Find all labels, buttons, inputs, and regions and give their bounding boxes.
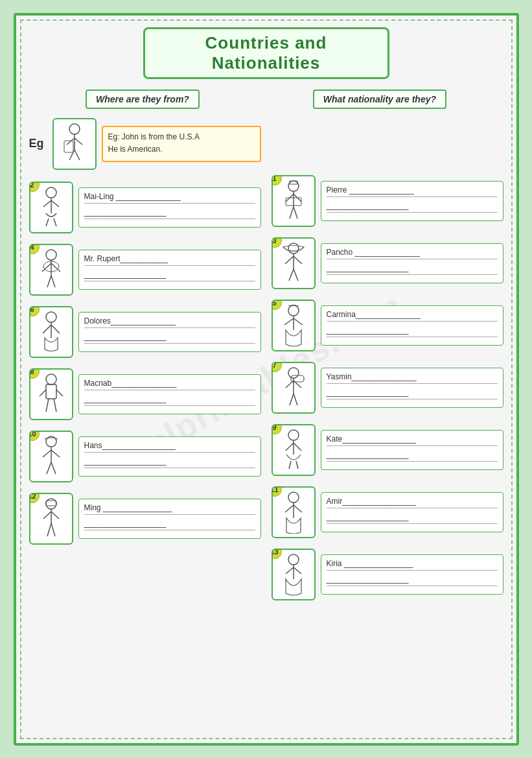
- svg-rect-25: [46, 385, 56, 399]
- svg-point-0: [69, 124, 80, 134]
- answer-line2-4: ___________________: [84, 270, 255, 281]
- name-line-10: Hans_________________: [84, 441, 255, 453]
- svg-line-73: [296, 461, 298, 469]
- svg-line-71: [294, 443, 301, 451]
- svg-line-66: [290, 394, 294, 405]
- svg-line-64: [286, 381, 294, 388]
- right-column: 1 Pierre _______________ ___________: [272, 175, 503, 604]
- character-card-11: 11: [272, 486, 316, 538]
- svg-line-27: [56, 390, 63, 396]
- svg-line-40: [47, 523, 51, 536]
- exercise-row-5: 5 Carmina_______________ _______________…: [272, 300, 503, 351]
- svg-line-67: [294, 394, 297, 405]
- svg-line-23: [51, 325, 60, 333]
- svg-line-9: [43, 200, 51, 207]
- name-line-8: Macnab_______________: [84, 379, 255, 390]
- svg-point-74: [288, 492, 299, 503]
- answer-box-3[interactable]: Pancho _______________ _________________…: [321, 243, 503, 283]
- columns-wrapper: Eg Eg: John is from the U.S.A H: [29, 118, 503, 604]
- character-figure-9: [277, 429, 310, 471]
- character-card-6: 6: [29, 306, 73, 358]
- svg-line-70: [286, 443, 294, 451]
- answer-box-10[interactable]: Hans_________________ __________________…: [78, 436, 261, 477]
- svg-line-12: [54, 219, 56, 226]
- svg-point-36: [46, 499, 56, 509]
- svg-line-48: [290, 207, 294, 219]
- eg-label: Eg: [29, 137, 47, 150]
- answer-box-7[interactable]: Yasmin_______________ __________________…: [321, 368, 503, 408]
- answer-box-9[interactable]: Kate_________________ __________________…: [321, 430, 503, 470]
- svg-line-49: [294, 207, 297, 219]
- character-card-2: 2: [29, 182, 73, 233]
- example-text-line1: Eg: John is from the U.S.A: [108, 131, 255, 143]
- answer-line2-10: ___________________: [84, 456, 255, 468]
- name-line-9: Kate_________________: [327, 434, 498, 446]
- character-card-4: 4: [29, 244, 73, 296]
- svg-line-28: [46, 399, 49, 412]
- svg-line-81: [294, 567, 301, 574]
- question-left: Where are they from?: [86, 89, 200, 109]
- svg-rect-42: [46, 501, 56, 506]
- answer-line2-1: ___________________: [327, 201, 498, 213]
- character-figure-6: [34, 311, 68, 353]
- left-column: Eg Eg: John is from the U.S.A H: [29, 118, 261, 549]
- exercise-row-12: 12 Ming ________________ _______________…: [29, 493, 261, 545]
- name-line-4: Mr. Rupert___________: [84, 254, 255, 266]
- character-card-9: 9: [272, 424, 316, 476]
- character-card-1: 1: [272, 175, 316, 227]
- svg-point-68: [288, 430, 299, 440]
- answer-line2-11: ___________________: [327, 512, 498, 524]
- svg-point-61: [288, 368, 299, 378]
- name-line-3: Pancho _______________: [327, 248, 498, 259]
- answer-box-12[interactable]: Ming ________________ __________________…: [78, 499, 261, 539]
- name-line-5: Carmina_______________: [327, 310, 498, 322]
- answer-box-2[interactable]: Mai-Ling _______________ _______________…: [78, 187, 261, 228]
- answer-box-5[interactable]: Carmina_______________ _________________…: [321, 305, 503, 346]
- svg-line-77: [294, 505, 302, 512]
- character-card-5: 5: [272, 300, 316, 351]
- character-figure-5: [277, 304, 310, 347]
- answer-box-13[interactable]: Kiria ________________ _________________…: [321, 554, 503, 595]
- answer-box-1[interactable]: Pierre _______________ _________________…: [321, 181, 503, 221]
- svg-line-35: [51, 462, 56, 474]
- answer-line2-12: ___________________: [84, 519, 255, 530]
- name-line-1: Pierre _______________: [327, 185, 498, 197]
- svg-point-57: [288, 305, 299, 316]
- answer-box-11[interactable]: Amir_________________ __________________…: [321, 492, 503, 532]
- exercise-row-6: 6 Dolores_______________ _______________…: [29, 306, 261, 358]
- character-card-12: 12: [29, 493, 73, 545]
- exercise-row-1: 1 Pierre _______________ ___________: [272, 175, 503, 227]
- answer-box-6[interactable]: Dolores_______________ _________________…: [78, 312, 261, 352]
- svg-line-59: [284, 318, 294, 325]
- svg-line-80: [286, 567, 294, 574]
- answer-line2-3: ___________________: [327, 263, 498, 275]
- question-right: What nationality are they?: [313, 89, 446, 109]
- svg-line-18: [51, 276, 55, 287]
- svg-line-76: [285, 505, 294, 512]
- svg-line-53: [285, 256, 294, 264]
- svg-line-54: [294, 256, 302, 264]
- character-figure-11: [277, 491, 310, 534]
- answer-box-4[interactable]: Mr. Rupert___________ __________________…: [78, 250, 261, 290]
- exercise-row-11: 11 Amir_________________ _______________…: [272, 486, 503, 538]
- character-card-7: 7: [272, 362, 316, 414]
- answer-line2-9: ___________________: [327, 450, 498, 462]
- svg-line-4: [69, 150, 75, 160]
- exercise-row-10: 10 Hans_________________ _______________…: [29, 431, 261, 482]
- character-figure-8: [34, 373, 68, 416]
- worksheet-page: eslprintables.com Countries and National…: [14, 13, 519, 746]
- character-figure-2: [34, 186, 68, 229]
- character-figure-4: [34, 248, 68, 291]
- name-line-6: Dolores_______________: [84, 316, 255, 328]
- svg-line-41: [51, 523, 55, 536]
- svg-line-39: [51, 512, 59, 519]
- svg-line-56: [294, 269, 298, 281]
- answer-box-8[interactable]: Macnab_______________ __________________…: [78, 374, 261, 414]
- svg-point-24: [46, 374, 56, 385]
- character-card-13: 13: [272, 549, 316, 600]
- svg-point-7: [46, 187, 56, 198]
- character-figure-10: [34, 435, 68, 478]
- svg-point-13: [46, 250, 56, 260]
- answer-line2-5: ___________________: [327, 326, 498, 337]
- svg-line-10: [51, 200, 59, 207]
